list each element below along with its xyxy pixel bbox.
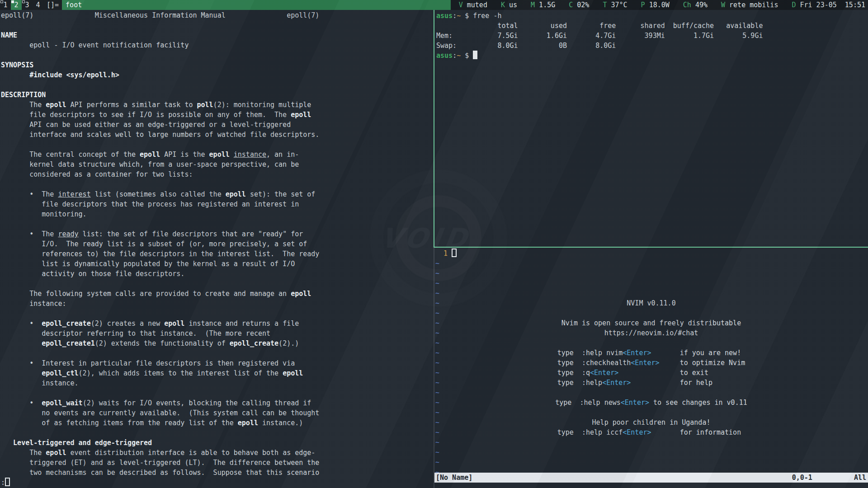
man-line [1, 388, 434, 398]
man-line: : [1, 478, 434, 488]
tag-3[interactable]: 3 [22, 0, 33, 10]
neovim-row: ~NVIM v0.11.0 [434, 298, 868, 308]
text-segment: <Enter> [623, 349, 651, 357]
empty-line-tilde: ~ [435, 258, 439, 268]
neovim-buffer: 1 ~~~~~NVIM v0.11.0~~Nvim is open source… [434, 249, 868, 477]
text-segment: instance: [1, 300, 66, 308]
man-line: API can be used either as an edge-trigge… [1, 120, 434, 130]
text-segment: <Enter> [602, 379, 631, 387]
neovim-row: ~type :q<Enter> to exit [434, 368, 868, 378]
neovim-row: ~ [434, 268, 868, 278]
status-key: P [641, 1, 645, 9]
status-key: Ch [683, 1, 691, 9]
man-line: The central concept of the epoll API is … [1, 150, 434, 160]
empty-line-tilde: ~ [435, 348, 439, 358]
text-segment: <Enter> [621, 399, 649, 407]
man-line: list is dynamically populated by the ker… [1, 259, 434, 269]
text-segment: <Enter> [623, 428, 651, 436]
intro-text: type :help<Enter> for help [434, 378, 868, 388]
man-line: two mechanisms can be described as follo… [1, 468, 434, 478]
shell-line: Mem: 7.5Gi 1.6Gi 4.7Gi 393Mi 1.7Gi 5.9Gi [436, 31, 868, 41]
neovim-row: ~Help poor children in Uganda! [434, 418, 868, 427]
terminal-man-page-pane[interactable]: epoll(7) Miscellaneous Information Manua… [0, 10, 434, 488]
status-key: M [531, 1, 535, 9]
status-modules: V mutedK usM 1.5GC 02%T 37°CP 18.0WCh 49… [451, 0, 868, 10]
text-cursor-unfocused [5, 478, 10, 486]
neovim-row: ~ [434, 338, 868, 348]
status-key: V [459, 1, 463, 9]
intro-text: type :checkhealth<Enter> to optimize Nvi… [434, 358, 868, 368]
status-module-c: C 02% [569, 0, 589, 10]
text-segment: instance.) [258, 419, 303, 427]
neovim-row: ~Nvim is open source and freely distribu… [434, 318, 868, 328]
shell-line: total used free shared buff/cache availa… [436, 21, 868, 31]
text-segment: type :help news [555, 399, 621, 407]
intro-text: type :help nvim<Enter> if you are new! [434, 348, 868, 358]
intro-text: Help poor children in Uganda! [434, 418, 868, 427]
status-module-v: V muted [459, 0, 487, 10]
buffer-name: [No Name] [436, 473, 472, 483]
text-segment: interface and scales well to large numbe… [1, 131, 319, 139]
man-line: kernel data structure which, from a user… [1, 160, 434, 169]
text-segment: NVIM v0.11.0 [627, 299, 675, 307]
status-value: us [505, 1, 517, 9]
text-segment: • Interest in particular file descriptor… [1, 359, 295, 367]
man-line [1, 348, 434, 358]
text-segment: file descriptors that the process has re… [1, 200, 299, 208]
window-divider[interactable] [434, 248, 434, 488]
man-line [1, 80, 434, 90]
neovim-row: ~ [434, 288, 868, 298]
tag-1[interactable]: 1 [0, 0, 11, 10]
empty-line-tilde: ~ [435, 408, 439, 418]
text-segment: (2) creates a new [91, 319, 165, 328]
man-line: • The interest list (sometimes also call… [1, 189, 434, 199]
tag-2[interactable]: 2 [11, 0, 22, 10]
neovim-row: ~type :help iccf<Enter> for information [434, 427, 868, 437]
text-segment: poll [197, 101, 213, 109]
man-line [1, 179, 434, 189]
scroll-indicator: All [854, 473, 866, 483]
text-segment: epoll [46, 449, 66, 457]
status-value: 1.5G [535, 1, 555, 9]
man-line: epoll(7) Miscellaneous Information Manua… [1, 10, 434, 20]
man-line [1, 140, 434, 150]
intro-text: type :q<Enter> to exit [434, 368, 868, 378]
empty-line-tilde: ~ [435, 278, 439, 288]
man-line [1, 309, 434, 319]
tag-4[interactable]: 4 [33, 0, 43, 10]
status-value: rete mobilis [725, 1, 778, 9]
tag-occupied-indicator [11, 0, 14, 3]
man-line [1, 50, 434, 60]
empty-line-tilde: ~ [435, 427, 439, 437]
text-segment: (2) extends the functionality of [95, 339, 230, 347]
shell-line: asus:~ $ [436, 51, 868, 61]
text-segment: ~ [457, 52, 461, 60]
neovim-row: ~ [434, 447, 868, 457]
line-number-gutter: 1 [435, 249, 457, 258]
text-segment: to optimize Nvim [660, 359, 745, 367]
tag-occupied-indicator [0, 0, 3, 3]
text-segment [1, 439, 13, 447]
neovim-row: ~type :help news<Enter> to see changes i… [434, 398, 868, 408]
neovim-cmdline [434, 483, 868, 488]
man-line: SYNOPSIS [1, 60, 434, 70]
status-module-ch: Ch 49% [683, 0, 708, 10]
terminal-shell-pane[interactable]: asus:~ $ free -h total used free shared … [434, 10, 868, 248]
neovim-pane[interactable]: 1 ~~~~~NVIM v0.11.0~~Nvim is open source… [434, 248, 868, 488]
text-segment: ~ [457, 12, 461, 20]
text-segment [1, 369, 42, 377]
layout-indicator[interactable]: []= [43, 0, 62, 10]
text-segment: API is the [160, 150, 209, 159]
man-line: no events are currently available. (This… [1, 408, 434, 418]
text-segment: file descriptors to see if I/O is possib… [1, 111, 291, 119]
text-segment: type :help [557, 379, 602, 387]
status-value: 18.0W [645, 1, 670, 9]
empty-line-tilde: ~ [435, 447, 439, 457]
status-value: 49% [691, 1, 708, 9]
text-segment: 1 [443, 249, 448, 258]
man-line: • The ready list: the set of file descri… [1, 229, 434, 239]
text-segment: SYNOPSIS [1, 61, 33, 69]
text-segment: $ free -h [461, 12, 501, 20]
text-segment: kernel data structure which, from a user… [1, 160, 299, 169]
man-line: instance. [1, 378, 434, 388]
